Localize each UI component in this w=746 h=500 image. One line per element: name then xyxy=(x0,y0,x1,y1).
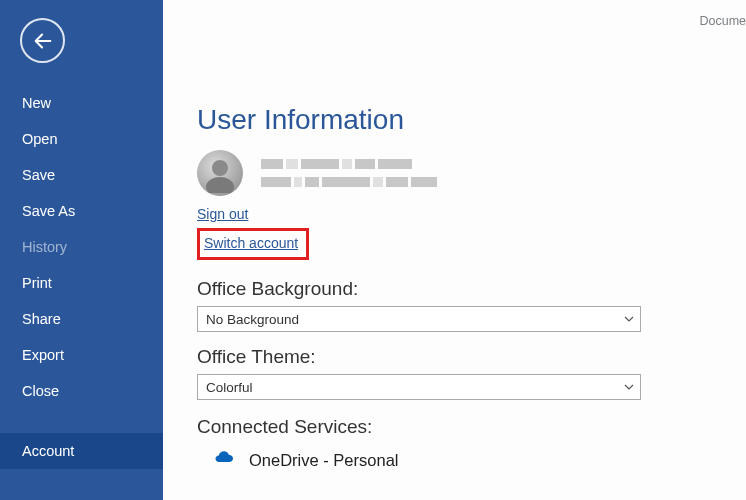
switch-account-highlight: Switch account xyxy=(197,228,309,260)
sidebar-nav: New Open Save Save As History Print Shar… xyxy=(0,85,163,469)
switch-account-link[interactable]: Switch account xyxy=(204,235,298,251)
avatar xyxy=(197,150,243,196)
sidebar-item-new[interactable]: New xyxy=(0,85,163,121)
account-panel: Docume User Information Sign out Switch … xyxy=(163,0,746,500)
onedrive-icon xyxy=(213,446,237,474)
chevron-down-icon xyxy=(624,314,634,324)
svg-point-0 xyxy=(212,160,228,176)
office-theme-select[interactable]: Colorful xyxy=(197,374,641,400)
document-name: Docume xyxy=(699,14,746,28)
office-background-select[interactable]: No Background xyxy=(197,306,641,332)
sidebar-item-save[interactable]: Save xyxy=(0,157,163,193)
service-name: OneDrive - Personal xyxy=(249,451,398,470)
sidebar-item-history[interactable]: History xyxy=(0,229,163,265)
account-links: Sign out Switch account xyxy=(197,206,746,260)
sidebar-item-print[interactable]: Print xyxy=(0,265,163,301)
office-theme-label: Office Theme: xyxy=(197,346,746,368)
connected-services-label: Connected Services: xyxy=(197,416,746,438)
sidebar-item-open[interactable]: Open xyxy=(0,121,163,157)
connected-service-item: OneDrive - Personal xyxy=(197,446,746,474)
user-name-redacted xyxy=(261,159,437,187)
office-background-label: Office Background: xyxy=(197,278,746,300)
sidebar-item-share[interactable]: Share xyxy=(0,301,163,337)
back-button[interactable] xyxy=(20,18,65,63)
chevron-down-icon xyxy=(624,382,634,392)
sidebar-item-save-as[interactable]: Save As xyxy=(0,193,163,229)
office-theme-value: Colorful xyxy=(206,380,253,395)
person-icon xyxy=(200,153,240,193)
office-background-value: No Background xyxy=(206,312,299,327)
sidebar-item-export[interactable]: Export xyxy=(0,337,163,373)
sign-out-link[interactable]: Sign out xyxy=(197,206,248,222)
backstage-view: New Open Save Save As History Print Shar… xyxy=(0,0,746,500)
sidebar-item-account[interactable]: Account xyxy=(0,433,163,469)
sidebar-item-close[interactable]: Close xyxy=(0,373,163,409)
arrow-left-icon xyxy=(32,30,54,52)
user-info-row xyxy=(197,150,746,196)
page-title: User Information xyxy=(197,104,746,136)
backstage-sidebar: New Open Save Save As History Print Shar… xyxy=(0,0,163,500)
svg-point-1 xyxy=(206,177,234,193)
